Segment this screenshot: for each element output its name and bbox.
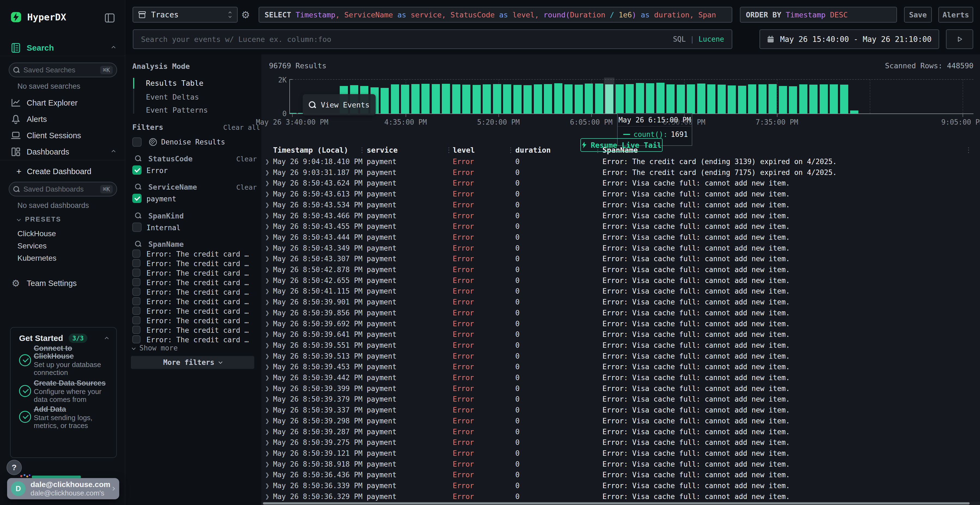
histogram-bar[interactable] bbox=[748, 84, 756, 113]
spanname-option-label[interactable]: Error: The credit card … bbox=[146, 260, 249, 268]
expand-row-icon[interactable]: ❯ bbox=[265, 297, 269, 308]
histogram-bar[interactable] bbox=[401, 85, 409, 113]
expand-row-icon[interactable]: ❯ bbox=[265, 221, 269, 232]
expand-row-icon[interactable]: ❯ bbox=[265, 491, 269, 502]
spanname-option-label[interactable]: Error: The credit card … bbox=[146, 279, 249, 287]
histogram-bar[interactable] bbox=[585, 84, 593, 113]
spanname-option-label[interactable]: Error: The credit card … bbox=[146, 326, 249, 334]
histogram-bar[interactable] bbox=[523, 85, 531, 113]
spanname-option-label[interactable]: Error: The credit card … bbox=[146, 336, 249, 344]
get-started-item[interactable]: Add Data Start sending logs, metrics, or… bbox=[34, 405, 113, 430]
spanname-option-label[interactable]: Error: The credit card … bbox=[146, 298, 249, 306]
histogram-bar[interactable] bbox=[380, 88, 389, 113]
spanname-option-checkbox[interactable] bbox=[132, 268, 140, 277]
expand-row-icon[interactable]: ❯ bbox=[265, 480, 269, 491]
expand-row-icon[interactable]: ❯ bbox=[265, 189, 269, 199]
table-row[interactable]: ❯May 26 8:50:41.115 PMpaymentError0Error… bbox=[261, 286, 980, 297]
histogram-bar[interactable] bbox=[636, 83, 644, 113]
lucene-mode-toggle[interactable]: Lucene bbox=[698, 35, 724, 43]
presets-toggle[interactable]: PRESETS bbox=[18, 216, 61, 223]
clear-servicename-button[interactable]: Clear bbox=[236, 183, 257, 191]
alerts-button[interactable]: Alerts bbox=[939, 7, 973, 22]
expand-row-icon[interactable]: ❯ bbox=[265, 372, 269, 383]
histogram-bar[interactable] bbox=[728, 86, 736, 113]
table-row[interactable]: ❯May 26 8:50:36.436 PMpaymentError0Error… bbox=[261, 469, 980, 480]
time-range-picker[interactable]: May 26 15:40:00 - May 26 21:10:00 bbox=[759, 29, 939, 49]
sidebar-collapse-icon[interactable] bbox=[105, 13, 115, 23]
expand-row-icon[interactable]: ❯ bbox=[265, 469, 269, 480]
histogram-bar[interactable] bbox=[503, 84, 511, 113]
sidebar-item-client-sessions[interactable]: Client Sessions bbox=[0, 128, 125, 143]
table-row[interactable]: ❯May 26 8:50:36.339 PMpaymentError0Error… bbox=[261, 480, 980, 491]
table-row[interactable]: ❯May 26 8:50:39.121 PMpaymentError0Error… bbox=[261, 448, 980, 459]
histogram-bar[interactable] bbox=[422, 84, 430, 113]
table-row[interactable]: ❯May 26 8:50:43.534 PMpaymentError0Error… bbox=[261, 199, 980, 210]
denoise-checkbox[interactable] bbox=[132, 137, 142, 147]
expand-row-icon[interactable]: ❯ bbox=[265, 318, 269, 329]
table-row[interactable]: ❯May 26 8:50:43.444 PMpaymentError0Error… bbox=[261, 232, 980, 243]
table-row[interactable]: ❯May 26 8:50:39.298 PMpaymentError0Error… bbox=[261, 416, 980, 426]
source-select[interactable]: Traces bbox=[132, 7, 238, 22]
statuscode-error-checkbox[interactable] bbox=[132, 165, 142, 175]
table-row[interactable]: ❯May 26 9:03:31.187 PMpaymentError0Error… bbox=[261, 167, 980, 178]
spanname-option-checkbox[interactable] bbox=[132, 249, 140, 258]
expand-row-icon[interactable]: ❯ bbox=[265, 340, 269, 351]
expand-row-icon[interactable]: ❯ bbox=[265, 232, 269, 243]
sidebar-item-search[interactable]: Search bbox=[0, 40, 125, 56]
spanname-option-label[interactable]: Error: The credit card … bbox=[146, 317, 249, 325]
spanname-option-label[interactable]: Error: The credit card … bbox=[146, 269, 249, 277]
table-row[interactable]: ❯May 26 8:50:39.513 PMpaymentError0Error… bbox=[261, 351, 980, 362]
spanname-option-checkbox[interactable] bbox=[132, 326, 140, 334]
histogram-bar[interactable] bbox=[544, 84, 552, 113]
table-row[interactable]: ❯May 26 8:50:36.329 PMpaymentError0Error… bbox=[261, 491, 980, 502]
column-resize-handle[interactable]: ⋮ bbox=[445, 146, 452, 154]
source-settings-gear-icon[interactable]: ⚙ bbox=[241, 9, 250, 21]
expand-row-icon[interactable]: ❯ bbox=[265, 459, 269, 470]
table-row[interactable]: ❯May 26 8:50:43.349 PMpaymentError0Error… bbox=[261, 243, 980, 254]
spanname-option-checkbox[interactable] bbox=[132, 259, 140, 267]
resume-live-tail-button[interactable]: Resume Live Tail bbox=[581, 138, 663, 152]
servicename-payment-checkbox[interactable] bbox=[132, 194, 142, 203]
table-row[interactable]: ❯May 26 8:50:39.901 PMpaymentError0Error… bbox=[261, 297, 980, 308]
view-events-button[interactable]: View Events bbox=[303, 94, 375, 115]
preset-item-clickhouse[interactable]: ClickHouse bbox=[18, 227, 56, 240]
histogram-bar[interactable] bbox=[768, 84, 776, 113]
col-duration[interactable]: duration bbox=[515, 146, 551, 154]
histogram-bar[interactable] bbox=[514, 85, 522, 113]
horizontal-scrollbar[interactable] bbox=[261, 502, 980, 505]
expand-row-icon[interactable]: ❯ bbox=[265, 243, 269, 254]
expand-row-icon[interactable]: ❯ bbox=[265, 426, 269, 437]
sql-select-input[interactable]: SELECT Timestamp, ServiceName as service… bbox=[259, 7, 732, 22]
histogram-bar[interactable] bbox=[473, 85, 481, 113]
histogram-bar[interactable] bbox=[616, 84, 624, 113]
chevron-up-icon[interactable] bbox=[105, 337, 109, 341]
histogram-bar[interactable] bbox=[575, 85, 583, 113]
expand-row-icon[interactable]: ❯ bbox=[265, 199, 269, 210]
show-more-button[interactable]: Show more bbox=[132, 344, 178, 352]
table-row[interactable]: ❯May 26 8:50:39.287 PMpaymentError0Error… bbox=[261, 426, 980, 437]
lucene-search-input[interactable]: Search your events w/ Lucene ex. column:… bbox=[133, 29, 732, 49]
histogram-bar[interactable] bbox=[697, 84, 705, 113]
spankind-internal-label[interactable]: Internal bbox=[146, 224, 180, 232]
histogram-bar[interactable] bbox=[850, 110, 858, 113]
histogram-bar[interactable] bbox=[687, 84, 695, 113]
histogram-bar[interactable] bbox=[483, 84, 491, 113]
run-query-button[interactable] bbox=[946, 29, 973, 49]
table-row[interactable]: ❯May 26 8:50:39.692 PMpaymentError0Error… bbox=[261, 318, 980, 329]
histogram-bar[interactable] bbox=[759, 84, 767, 113]
expand-row-icon[interactable]: ❯ bbox=[265, 253, 269, 264]
order-by-input[interactable]: ORDER BY Timestamp DESC bbox=[740, 7, 897, 22]
histogram-bar[interactable] bbox=[667, 84, 675, 113]
help-button[interactable]: ? bbox=[6, 460, 22, 475]
spanname-option-label[interactable]: Error: The credit card … bbox=[146, 250, 249, 258]
histogram-bar[interactable] bbox=[595, 84, 603, 113]
expand-row-icon[interactable]: ❯ bbox=[265, 275, 269, 286]
histogram-bar[interactable] bbox=[534, 84, 542, 113]
expand-row-icon[interactable]: ❯ bbox=[265, 383, 269, 394]
spanname-option-checkbox[interactable] bbox=[132, 297, 140, 305]
spankind-internal-checkbox[interactable] bbox=[132, 222, 142, 232]
spanname-option-checkbox[interactable] bbox=[132, 316, 140, 324]
col-service[interactable]: service bbox=[367, 146, 398, 154]
table-row[interactable]: ❯May 26 8:50:39.442 PMpaymentError0Error… bbox=[261, 372, 980, 383]
table-row[interactable]: ❯May 26 8:50:42.878 PMpaymentError0Error… bbox=[261, 264, 980, 275]
